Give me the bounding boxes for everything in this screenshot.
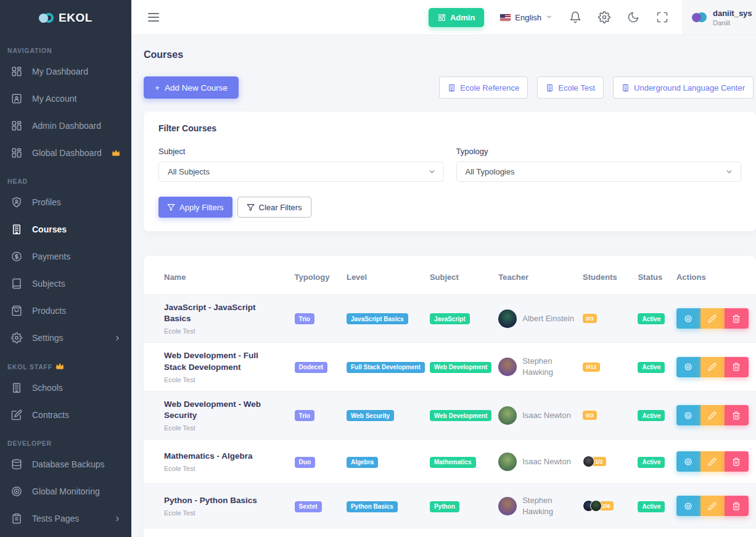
hamburger-menu-icon[interactable] xyxy=(148,13,159,22)
apply-filters-button[interactable]: Apply Filters xyxy=(158,197,232,218)
fullscreen-icon[interactable] xyxy=(656,11,668,23)
view-button[interactable] xyxy=(676,451,701,472)
sidebar: EKOL NAVIGATION My Dashboard My Account … xyxy=(0,0,131,537)
sidebar-item-settings[interactable]: Settings xyxy=(0,324,131,351)
course-school: Ecole Test xyxy=(164,376,282,383)
students-count-badge: 0/3 xyxy=(583,411,597,420)
teacher-avatar xyxy=(498,358,517,376)
table-row: Web Development - Web Security Ecole Tes… xyxy=(144,391,756,439)
chevron-down-icon xyxy=(428,168,436,176)
clear-filters-button[interactable]: Clear Filters xyxy=(237,197,311,218)
sidebar-section-label: DEVELOPER xyxy=(0,428,131,451)
filter-icon xyxy=(247,203,255,211)
subject-badge: Python xyxy=(430,501,459,512)
status-badge: Active xyxy=(638,410,665,421)
user-subtitle: Daniit xyxy=(713,19,752,27)
top-header: Admin English daniit_system Daniit xyxy=(131,0,756,35)
view-button[interactable] xyxy=(676,308,701,329)
sidebar-item-schools[interactable]: Schools xyxy=(0,374,131,401)
user-avatar xyxy=(692,12,707,22)
delete-button[interactable] xyxy=(725,357,749,377)
sidebar-section-label: EKOL STAFF xyxy=(0,351,131,374)
typology-select[interactable]: All Typologies xyxy=(456,162,742,182)
level-badge: JavaScript Basics xyxy=(347,313,408,324)
shopping-bag-icon xyxy=(11,305,22,316)
delete-button[interactable] xyxy=(725,405,749,425)
target-icon xyxy=(11,486,22,497)
table-row: French - Débutant (A1) Ecole Test Dodece… xyxy=(144,528,756,537)
filter-title: Filter Courses xyxy=(158,123,741,133)
building-icon xyxy=(546,84,554,92)
delete-button[interactable] xyxy=(725,451,749,472)
school-button-ecole-test[interactable]: Ecole Test xyxy=(537,76,604,99)
typology-badge: Dodecet xyxy=(295,362,327,373)
view-button[interactable] xyxy=(676,357,701,377)
sidebar-section-label: NAVIGATION xyxy=(0,36,131,58)
subject-badge: Mathematics xyxy=(430,457,476,468)
courses-table-card: Name Typology Level Subject Teacher Stud… xyxy=(144,256,756,537)
teacher-name: Isaac Newton xyxy=(522,456,571,467)
edit-button[interactable] xyxy=(701,308,725,329)
view-button[interactable] xyxy=(676,496,701,516)
sidebar-item-products[interactable]: Products xyxy=(0,297,131,324)
sidebar-item-tests-pages[interactable]: Tests Pages xyxy=(0,505,131,532)
edit-button[interactable] xyxy=(701,496,725,516)
subject-badge: Web Development xyxy=(430,410,492,421)
language-selector[interactable]: English xyxy=(500,13,553,22)
app-logo[interactable]: EKOL xyxy=(0,0,131,36)
sidebar-item-my-account[interactable]: My Account xyxy=(0,85,131,112)
teacher-avatar xyxy=(498,497,517,515)
school-button-underground-language-center[interactable]: Underground Language Center xyxy=(613,76,754,99)
sidebar-item-admin-dashboard[interactable]: Admin Dashboard xyxy=(0,112,131,139)
sidebar-item-profiles[interactable]: Profiles xyxy=(0,189,131,216)
table-row: JavaScript - JavaScript Basics Ecole Tes… xyxy=(144,294,756,342)
sidebar-item-contracts[interactable]: Contracts xyxy=(0,401,131,428)
subject-select[interactable]: All Subjects xyxy=(158,162,444,182)
chevron-down-icon xyxy=(546,13,553,22)
shield-user-icon xyxy=(11,197,22,208)
main-content: Courses + Add New Course Ecole Reference… xyxy=(131,35,756,537)
sidebar-item-database-backups[interactable]: Database Backups xyxy=(0,451,131,478)
teacher-avatar xyxy=(498,406,517,425)
school-button-ecole-reference[interactable]: Ecole Reference xyxy=(439,76,528,99)
dark-mode-moon-icon[interactable] xyxy=(627,11,639,23)
crown-icon xyxy=(112,148,120,158)
level-badge: Python Basics xyxy=(347,501,398,512)
view-button[interactable] xyxy=(676,405,701,425)
sidebar-item-my-dashboard[interactable]: My Dashboard xyxy=(0,58,131,85)
teacher-avatar xyxy=(498,453,517,471)
course-school: Ecole Test xyxy=(164,424,282,432)
course-name: JavaScript - JavaScript Basics xyxy=(164,302,282,324)
course-name: Web Development - Web Security xyxy=(164,399,282,421)
crown-icon xyxy=(55,363,64,371)
typology-badge: Duo xyxy=(295,457,315,468)
edit-button[interactable] xyxy=(701,357,725,377)
edit-square-icon xyxy=(11,409,22,420)
dollar-circle-icon xyxy=(11,251,22,262)
level-badge: Algebra xyxy=(347,457,378,468)
edit-button[interactable] xyxy=(701,405,725,425)
id-card-icon xyxy=(11,93,22,104)
book-icon xyxy=(11,278,22,289)
delete-button[interactable] xyxy=(725,496,749,516)
page-title: Courses xyxy=(144,49,756,60)
edit-button[interactable] xyxy=(701,451,725,472)
settings-gear-icon[interactable] xyxy=(598,11,610,23)
admin-button[interactable]: Admin xyxy=(429,8,484,27)
level-badge: Full Stack Development xyxy=(347,362,425,373)
us-flag-icon xyxy=(500,14,511,21)
user-menu[interactable]: daniit_system Daniit xyxy=(682,0,756,35)
sidebar-item-global-dashboard[interactable]: Global Dashboard xyxy=(0,139,131,166)
notifications-bell-icon[interactable] xyxy=(569,11,581,23)
sidebar-item-payments[interactable]: Payments xyxy=(0,243,131,270)
add-new-course-button[interactable]: + Add New Course xyxy=(144,76,239,99)
subject-badge: Web Development xyxy=(430,362,492,373)
sidebar-item-global-monitoring[interactable]: Global Monitoring xyxy=(0,478,131,505)
students-count-badge: 0/12 xyxy=(583,363,600,372)
sidebar-item-courses[interactable]: Courses xyxy=(0,216,131,243)
chevron-right-icon xyxy=(113,334,121,342)
status-badge: Active xyxy=(638,362,665,373)
sidebar-section-label: HEAD xyxy=(0,166,131,189)
delete-button[interactable] xyxy=(725,308,749,329)
sidebar-item-subjects[interactable]: Subjects xyxy=(0,270,131,297)
